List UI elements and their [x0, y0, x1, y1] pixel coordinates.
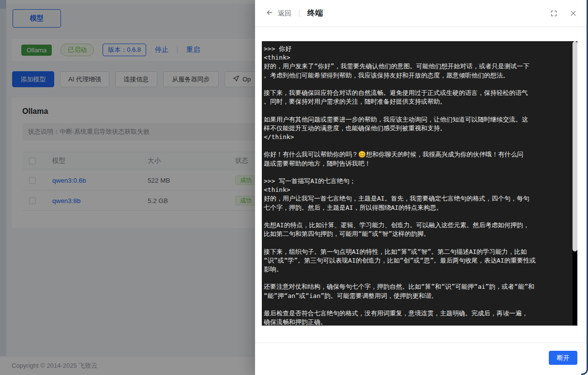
terminal-line: 题或需要帮助的地方，随时告诉我吧！ — [264, 159, 572, 168]
terminal-line: 七个字，押韵。然后，主题是AI，所以得围绕AI的特点来构思。 — [264, 203, 572, 212]
terminal-line: 如果用户有其他问题或需要进一步的帮助，我应该主动询问，让他们知道可以随时继续交流… — [264, 115, 572, 124]
back-label: 返回 — [278, 9, 291, 18]
terminal-line — [264, 300, 572, 309]
arrow-left-icon — [266, 9, 273, 18]
divider — [255, 343, 588, 343]
close-icon[interactable] — [569, 9, 577, 18]
terminal-line: 先想AI的特点，比如计算、逻辑、学习能力、创造力。可以融入这些元素。然后考虑如何… — [264, 221, 572, 230]
terminal-line: 好的，用户让我写一首七言绝句，主题是AI。首先，我需要确定七言绝句的格式，四个句… — [264, 194, 572, 203]
terminal-line: <think> — [264, 53, 572, 62]
terminal-line: 还要注意对仗和结构，确保每句七个字，押韵自然。比如“算”和“识”可能押“ai”韵… — [264, 282, 572, 291]
terminal-line: >>> 你好 — [264, 45, 572, 53]
terminal-line: 比如第二句和第四句押韵，可能用“能”或“智”这样的韵脚。 — [264, 230, 572, 238]
terminal-output: >>> 你好<think>好的，用户发来了“你好”，我需要先确认他们的意图。可能… — [264, 45, 572, 326]
terminal-line: >>> 写一首描写AI的七言绝句； — [264, 177, 572, 186]
app-root: 模型 Ollama 已启动 版本：0.6.8 停止 重启 添加模型 AI 代理增… — [0, 0, 588, 375]
terminal-scrollbar-thumb[interactable] — [573, 41, 577, 251]
terminal-line: 接下来，我要确保回应符合对话的自然流畅。避免使用过于正式或生硬的语言，保持轻松的… — [264, 89, 572, 97]
terminal-line — [264, 238, 572, 247]
terminal-line — [264, 80, 572, 89]
fullscreen-icon[interactable] — [549, 9, 558, 18]
divider — [299, 10, 300, 17]
terminal-line: 影响。 — [264, 265, 572, 274]
terminal-line — [264, 212, 572, 221]
terminal-line: 。同时，要保持对用户需求的关注，随时准备好提供支持或帮助。 — [264, 97, 572, 106]
disconnect-button[interactable]: 断开 — [549, 351, 577, 365]
terminal-line: “识”或“学”。第三句可以表现AI的创造力，比如“创”或“思”。最后两句收尾，表… — [264, 256, 572, 265]
drawer-title: 终端 — [307, 8, 323, 18]
terminal-line: 接下来，组织句子。第一句点明AI的特性，比如“算”或“智”。第二句描述AI的学习… — [264, 248, 572, 256]
terminal-line: 你好！有什么我可以帮助你的吗？😊想和你聊天的时候，我很高兴成为你的伙伴哦！有什么… — [264, 150, 572, 159]
terminal-line: 最后检查是否符合七言绝句的格式，没有用词重复，意境连贯，主题明确。完成后，再读一… — [264, 309, 572, 318]
terminal-line: 样不仅能提升互动的满意度，也能确保他们感受到被重视和支持。 — [264, 124, 572, 133]
terminal-line: 好的，用户发来了“你好”，我需要先确认他们的意图。可能他们想开始对话，或者只是测… — [264, 62, 572, 71]
terminal-line: “能”押“an”或“ian”韵。可能需要调整用词，使押韵更和谐。 — [264, 292, 572, 300]
drawer-header: 返回 终端 — [255, 0, 588, 27]
terminal-line: 确保流畅和押韵正确。 — [264, 318, 572, 326]
terminal-drawer: 返回 终端 >>> 你好<think>好的，用户发来了“你好”，我需要先确认他们… — [255, 0, 588, 375]
terminal-line — [264, 141, 572, 150]
back-button[interactable]: 返回 — [266, 9, 291, 18]
terminal-scrollbar[interactable] — [573, 41, 577, 326]
terminal-line — [264, 168, 572, 177]
terminal-line: 。考虑到他们可能希望得到帮助，我应该保持友好和开放的态度，愿意倾听他们的想法。 — [264, 71, 572, 80]
terminal-line — [264, 274, 572, 282]
terminal-line — [264, 106, 572, 115]
terminal[interactable]: >>> 你好<think>好的，用户发来了“你好”，我需要先确认他们的意图。可能… — [262, 41, 577, 326]
terminal-line: </think> — [264, 133, 572, 141]
terminal-line: <think> — [264, 186, 572, 194]
